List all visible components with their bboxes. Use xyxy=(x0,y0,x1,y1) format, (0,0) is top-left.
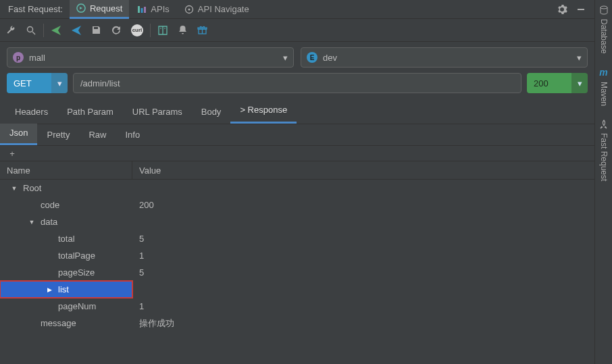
bell-icon[interactable] xyxy=(178,25,188,35)
tab-apis-label: APIs xyxy=(151,4,169,14)
caret-down-icon[interactable] xyxy=(27,218,36,226)
svg-line-7 xyxy=(32,32,35,34)
tree-row[interactable]: totalPage1 xyxy=(0,247,594,264)
tree-row[interactable]: Root xyxy=(0,180,594,197)
view-info[interactable]: Info xyxy=(116,126,149,145)
navigate-icon xyxy=(184,5,194,14)
send-download-icon[interactable] xyxy=(71,25,82,36)
table-header: Name Value xyxy=(0,161,594,180)
tree-node-value: 200 xyxy=(132,197,594,213)
status-chip[interactable]: 200 ▾ xyxy=(527,73,588,93)
view-pretty[interactable]: Pretty xyxy=(37,126,79,145)
chevron-down-icon[interactable]: ▾ xyxy=(571,73,588,93)
tab-path-param[interactable]: Path Param xyxy=(57,101,123,124)
tree-row[interactable]: pageNum1 xyxy=(0,298,594,315)
svg-point-6 xyxy=(28,26,33,32)
search-icon[interactable] xyxy=(26,25,36,36)
tree-node-name: total xyxy=(58,234,75,244)
topbar-right xyxy=(555,3,592,16)
caret-down-icon[interactable] xyxy=(9,184,19,192)
tree-node-name: pageSize xyxy=(58,267,95,278)
tab-apis[interactable]: APIs xyxy=(130,0,176,19)
svg-point-4 xyxy=(188,8,190,10)
request-icon xyxy=(76,3,86,13)
database-icon xyxy=(599,5,609,15)
tab-request-label: Request xyxy=(90,3,122,14)
tree-row[interactable]: total5 xyxy=(0,230,594,247)
redo-icon[interactable] xyxy=(111,25,122,36)
tree-node-value xyxy=(132,180,594,197)
method-select[interactable]: GET ▾ xyxy=(7,73,68,93)
env-row: p mall ▾ E dev ▾ xyxy=(0,42,594,73)
tree-node-value: 5 xyxy=(132,230,594,247)
settings-icon[interactable] xyxy=(555,3,569,16)
url-input[interactable]: /admin/list xyxy=(73,73,521,93)
tab-api-navigate[interactable]: API Navigate xyxy=(178,0,256,19)
add-row: + xyxy=(0,146,594,161)
chevron-down-icon: ▾ xyxy=(283,53,288,63)
tree-row[interactable]: list xyxy=(0,281,594,298)
json-tree[interactable]: Rootcode200datatotal5totalPage1pageSize5… xyxy=(0,180,594,364)
save-icon[interactable] xyxy=(91,25,101,35)
tab-body[interactable]: Body xyxy=(192,101,231,124)
tab-url-params[interactable]: URL Params xyxy=(123,101,192,124)
env-select[interactable]: E dev ▾ xyxy=(301,47,588,68)
send-icon[interactable] xyxy=(51,25,61,36)
svg-rect-1 xyxy=(141,8,143,13)
right-rail: Database m Maven Fast Request xyxy=(594,0,612,364)
tree-node-name: Root xyxy=(23,183,41,193)
rail-database-label: Database xyxy=(599,19,609,53)
rail-maven-label: Maven xyxy=(599,82,609,106)
tree-row[interactable]: message操作成功 xyxy=(0,315,594,332)
tab-response[interactable]: > Response xyxy=(230,99,297,124)
rocket-icon xyxy=(599,120,609,129)
main-panel: Fast Request: Request APIs API Navigate xyxy=(0,0,594,364)
view-raw[interactable]: Raw xyxy=(79,126,116,145)
tree-node-name: totalPage xyxy=(58,251,95,261)
view-json[interactable]: Json xyxy=(0,124,37,145)
rail-fast-request[interactable]: Fast Request xyxy=(599,120,609,181)
tree-row[interactable]: pageSize5 xyxy=(0,264,594,281)
col-value: Value xyxy=(132,161,594,179)
chevron-down-icon[interactable]: ▾ xyxy=(51,73,68,93)
rail-fastrequest-label: Fast Request xyxy=(599,133,609,181)
tree-node-value: 5 xyxy=(132,264,594,281)
env-label: dev xyxy=(323,53,337,63)
rail-database[interactable]: Database xyxy=(599,5,609,53)
request-row: GET ▾ /admin/list 200 ▾ xyxy=(0,73,594,100)
env-badge-icon: E xyxy=(307,52,317,63)
tree-node-name: list xyxy=(58,284,69,294)
add-icon[interactable]: + xyxy=(5,147,19,160)
topbar: Fast Request: Request APIs API Navigate xyxy=(0,0,594,19)
curl-icon[interactable]: curl xyxy=(131,24,143,36)
maven-icon: m xyxy=(599,67,607,78)
wrench-icon[interactable] xyxy=(5,25,16,36)
caret-right-icon[interactable] xyxy=(45,286,54,293)
tree-node-value: 1 xyxy=(132,247,594,264)
doc-icon[interactable] xyxy=(157,25,168,36)
plugin-title: Fast Request: xyxy=(3,4,68,14)
rail-maven[interactable]: m Maven xyxy=(599,67,609,106)
tree-row[interactable]: code200 xyxy=(0,197,594,213)
tree-node-name: message xyxy=(41,318,76,328)
svg-point-14 xyxy=(601,6,607,9)
method-label: GET xyxy=(7,73,51,93)
minimize-icon[interactable] xyxy=(574,3,588,16)
apis-icon xyxy=(137,5,147,14)
col-name: Name xyxy=(0,161,132,179)
tree-node-value: 1 xyxy=(132,298,594,315)
svg-rect-5 xyxy=(578,9,584,10)
tab-request[interactable]: Request xyxy=(70,0,129,19)
view-tabs: Json Pretty Raw Info xyxy=(0,124,594,146)
svg-rect-13 xyxy=(198,28,207,29)
svg-rect-0 xyxy=(138,6,140,13)
tree-row[interactable]: data xyxy=(0,213,594,230)
tab-headers[interactable]: Headers xyxy=(5,101,57,124)
tree-node-name: pageNum xyxy=(58,301,96,311)
tree-node-name: data xyxy=(41,217,57,227)
project-label: mall xyxy=(29,53,45,63)
svg-rect-2 xyxy=(144,7,146,13)
toolbar: curl xyxy=(0,19,594,42)
gift-icon[interactable] xyxy=(197,25,207,35)
project-select[interactable]: p mall ▾ xyxy=(7,47,294,68)
